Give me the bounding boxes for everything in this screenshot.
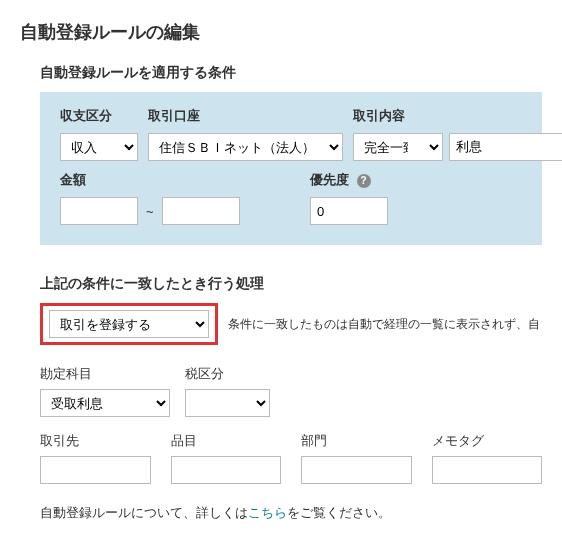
balance-type-select[interactable]: 収入	[60, 133, 138, 161]
item-label: 品目	[171, 432, 282, 450]
account-item-select[interactable]: 受取利息	[40, 389, 170, 417]
page-title: 自動登録ルールの編集	[20, 20, 542, 44]
action-select-highlight: 取引を登録する	[40, 303, 218, 345]
footer-note: 自動登録ルールについて、詳しくはこちらをご覧ください。	[40, 504, 542, 522]
action-heading: 上記の条件に一致したとき行う処理	[40, 275, 542, 293]
amount-to-input[interactable]	[162, 197, 240, 225]
content-label: 取引内容	[353, 107, 562, 125]
tax-type-label: 税区分	[185, 365, 270, 383]
memo-tag-label: メモタグ	[432, 432, 543, 450]
item-input[interactable]	[171, 456, 282, 484]
account-label: 取引口座	[148, 107, 343, 125]
priority-label: 優先度 ?	[310, 171, 388, 189]
condition-box: 収支区分 収入 取引口座 住信ＳＢＩネット（法人） 取引内容 完全一致 金額	[40, 92, 542, 245]
match-type-select[interactable]: 完全一致	[353, 133, 443, 161]
content-input[interactable]	[449, 133, 562, 161]
balance-type-label: 収支区分	[60, 107, 138, 125]
tilde-symbol: ~	[146, 204, 154, 219]
section-input[interactable]	[301, 456, 412, 484]
partner-input[interactable]	[40, 456, 151, 484]
footer-link[interactable]: こちら	[248, 505, 287, 520]
partner-label: 取引先	[40, 432, 151, 450]
amount-from-input[interactable]	[60, 197, 138, 225]
tax-type-select[interactable]	[185, 389, 270, 417]
account-select[interactable]: 住信ＳＢＩネット（法人）	[148, 133, 343, 161]
action-select[interactable]: 取引を登録する	[49, 310, 209, 338]
priority-input[interactable]	[310, 197, 388, 225]
action-note: 条件に一致したものは自動で経理の一覧に表示されず、自	[228, 316, 540, 333]
help-icon[interactable]: ?	[357, 174, 371, 188]
account-item-label: 勘定科目	[40, 365, 170, 383]
condition-heading: 自動登録ルールを適用する条件	[40, 64, 542, 82]
section-label: 部門	[301, 432, 412, 450]
memo-tag-input[interactable]	[432, 456, 543, 484]
amount-label: 金額	[60, 171, 280, 189]
